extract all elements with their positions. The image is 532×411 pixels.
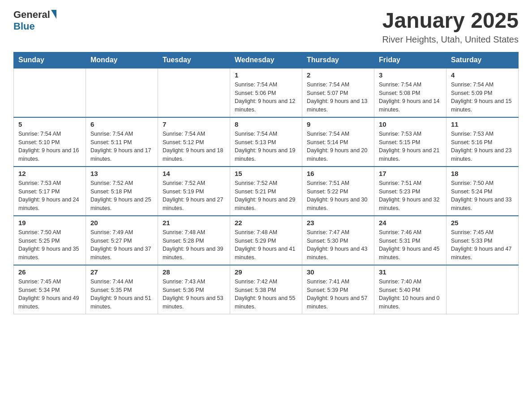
day-cell: 18Sunrise: 7:50 AM Sunset: 5:24 PM Dayli… — [446, 167, 519, 216]
header-day-tuesday: Tuesday — [158, 52, 230, 68]
day-number: 15 — [235, 170, 297, 177]
logo-general-text: General — [13, 9, 50, 21]
day-cell: 22Sunrise: 7:48 AM Sunset: 5:29 PM Dayli… — [230, 216, 302, 265]
title-area: January 2025 River Heights, Utah, United… — [382, 9, 519, 45]
day-number: 6 — [90, 120, 153, 128]
day-cell: 5Sunrise: 7:54 AM Sunset: 5:10 PM Daylig… — [14, 117, 86, 167]
day-number: 30 — [307, 268, 369, 276]
day-info: Sunrise: 7:53 AM Sunset: 5:15 PM Dayligh… — [379, 130, 442, 163]
day-cell: 12Sunrise: 7:53 AM Sunset: 5:17 PM Dayli… — [14, 167, 86, 216]
page-header: General Blue January 2025 River Heights,… — [13, 9, 519, 45]
day-info: Sunrise: 7:46 AM Sunset: 5:31 PM Dayligh… — [379, 228, 442, 262]
day-number: 3 — [379, 71, 442, 79]
day-number: 14 — [163, 170, 225, 177]
location-subtitle: River Heights, Utah, United States — [382, 34, 519, 45]
day-number: 8 — [235, 120, 297, 128]
day-cell: 13Sunrise: 7:52 AM Sunset: 5:18 PM Dayli… — [86, 167, 158, 216]
day-number: 18 — [451, 170, 514, 177]
day-info: Sunrise: 7:54 AM Sunset: 5:11 PM Dayligh… — [90, 130, 153, 163]
day-cell: 1Sunrise: 7:54 AM Sunset: 5:06 PM Daylig… — [230, 68, 302, 117]
week-row-4: 19Sunrise: 7:50 AM Sunset: 5:25 PM Dayli… — [14, 216, 519, 265]
day-number: 13 — [90, 170, 153, 177]
day-cell: 29Sunrise: 7:42 AM Sunset: 5:38 PM Dayli… — [230, 265, 302, 314]
day-cell — [86, 68, 158, 117]
day-info: Sunrise: 7:48 AM Sunset: 5:28 PM Dayligh… — [163, 228, 225, 262]
week-row-3: 12Sunrise: 7:53 AM Sunset: 5:17 PM Dayli… — [14, 167, 519, 216]
day-info: Sunrise: 7:47 AM Sunset: 5:30 PM Dayligh… — [307, 228, 369, 262]
day-number: 29 — [235, 268, 297, 276]
logo-blue-text: Blue — [13, 21, 35, 32]
day-info: Sunrise: 7:50 AM Sunset: 5:24 PM Dayligh… — [451, 179, 514, 213]
day-number: 5 — [18, 120, 81, 128]
logo-triangle-icon — [51, 10, 56, 19]
day-cell: 11Sunrise: 7:53 AM Sunset: 5:16 PM Dayli… — [446, 117, 519, 167]
day-info: Sunrise: 7:43 AM Sunset: 5:36 PM Dayligh… — [163, 278, 225, 311]
day-cell: 21Sunrise: 7:48 AM Sunset: 5:28 PM Dayli… — [158, 216, 230, 265]
day-cell: 19Sunrise: 7:50 AM Sunset: 5:25 PM Dayli… — [14, 216, 86, 265]
day-info: Sunrise: 7:53 AM Sunset: 5:17 PM Dayligh… — [18, 179, 81, 213]
day-cell: 3Sunrise: 7:54 AM Sunset: 5:08 PM Daylig… — [374, 68, 446, 117]
week-row-5: 26Sunrise: 7:45 AM Sunset: 5:34 PM Dayli… — [14, 265, 519, 314]
day-info: Sunrise: 7:54 AM Sunset: 5:07 PM Dayligh… — [307, 81, 369, 114]
header-day-wednesday: Wednesday — [230, 52, 302, 68]
day-cell — [446, 265, 519, 314]
day-number: 21 — [163, 219, 225, 227]
header-day-monday: Monday — [86, 52, 158, 68]
day-cell: 24Sunrise: 7:46 AM Sunset: 5:31 PM Dayli… — [374, 216, 446, 265]
day-number: 25 — [451, 219, 514, 227]
day-cell — [14, 68, 86, 117]
day-cell: 9Sunrise: 7:54 AM Sunset: 5:14 PM Daylig… — [302, 117, 374, 167]
day-info: Sunrise: 7:54 AM Sunset: 5:10 PM Dayligh… — [18, 130, 81, 163]
day-info: Sunrise: 7:51 AM Sunset: 5:22 PM Dayligh… — [307, 179, 369, 213]
day-info: Sunrise: 7:50 AM Sunset: 5:25 PM Dayligh… — [18, 228, 81, 262]
day-info: Sunrise: 7:45 AM Sunset: 5:33 PM Dayligh… — [451, 228, 514, 262]
day-cell: 17Sunrise: 7:51 AM Sunset: 5:23 PM Dayli… — [374, 167, 446, 216]
day-info: Sunrise: 7:45 AM Sunset: 5:34 PM Dayligh… — [18, 278, 81, 311]
day-cell: 25Sunrise: 7:45 AM Sunset: 5:33 PM Dayli… — [446, 216, 519, 265]
day-number: 26 — [18, 268, 81, 276]
day-number: 16 — [307, 170, 369, 177]
header-day-sunday: Sunday — [14, 52, 86, 68]
day-cell: 26Sunrise: 7:45 AM Sunset: 5:34 PM Dayli… — [14, 265, 86, 314]
day-cell: 7Sunrise: 7:54 AM Sunset: 5:12 PM Daylig… — [158, 117, 230, 167]
day-number: 23 — [307, 219, 369, 227]
day-number: 10 — [379, 120, 442, 128]
day-cell: 14Sunrise: 7:52 AM Sunset: 5:19 PM Dayli… — [158, 167, 230, 216]
calendar-header: SundayMondayTuesdayWednesdayThursdayFrid… — [14, 52, 519, 68]
day-info: Sunrise: 7:54 AM Sunset: 5:13 PM Dayligh… — [235, 130, 297, 163]
week-row-2: 5Sunrise: 7:54 AM Sunset: 5:10 PM Daylig… — [14, 117, 519, 167]
day-info: Sunrise: 7:48 AM Sunset: 5:29 PM Dayligh… — [235, 228, 297, 262]
day-info: Sunrise: 7:54 AM Sunset: 5:08 PM Dayligh… — [379, 81, 442, 114]
day-info: Sunrise: 7:54 AM Sunset: 5:14 PM Dayligh… — [307, 130, 369, 163]
day-cell: 23Sunrise: 7:47 AM Sunset: 5:30 PM Dayli… — [302, 216, 374, 265]
day-cell: 31Sunrise: 7:40 AM Sunset: 5:40 PM Dayli… — [374, 265, 446, 314]
day-number: 31 — [379, 268, 442, 276]
header-row: SundayMondayTuesdayWednesdayThursdayFrid… — [14, 52, 519, 68]
day-number: 7 — [163, 120, 225, 128]
calendar-body: 1Sunrise: 7:54 AM Sunset: 5:06 PM Daylig… — [14, 68, 519, 314]
day-info: Sunrise: 7:44 AM Sunset: 5:35 PM Dayligh… — [90, 278, 153, 311]
day-cell: 8Sunrise: 7:54 AM Sunset: 5:13 PM Daylig… — [230, 117, 302, 167]
day-number: 4 — [451, 71, 514, 79]
day-cell: 2Sunrise: 7:54 AM Sunset: 5:07 PM Daylig… — [302, 68, 374, 117]
day-number: 1 — [235, 71, 297, 79]
day-info: Sunrise: 7:52 AM Sunset: 5:18 PM Dayligh… — [90, 179, 153, 213]
day-info: Sunrise: 7:42 AM Sunset: 5:38 PM Dayligh… — [235, 278, 297, 311]
day-info: Sunrise: 7:51 AM Sunset: 5:23 PM Dayligh… — [379, 179, 442, 213]
day-number: 19 — [18, 219, 81, 227]
day-cell: 4Sunrise: 7:54 AM Sunset: 5:09 PM Daylig… — [446, 68, 519, 117]
day-info: Sunrise: 7:52 AM Sunset: 5:19 PM Dayligh… — [163, 179, 225, 213]
day-cell: 30Sunrise: 7:41 AM Sunset: 5:39 PM Dayli… — [302, 265, 374, 314]
day-number: 11 — [451, 120, 514, 128]
day-number: 28 — [163, 268, 225, 276]
day-info: Sunrise: 7:40 AM Sunset: 5:40 PM Dayligh… — [379, 278, 442, 311]
day-number: 2 — [307, 71, 369, 79]
day-cell — [158, 68, 230, 117]
day-info: Sunrise: 7:54 AM Sunset: 5:06 PM Dayligh… — [235, 81, 297, 114]
week-row-1: 1Sunrise: 7:54 AM Sunset: 5:06 PM Daylig… — [14, 68, 519, 117]
day-number: 12 — [18, 170, 81, 177]
header-day-thursday: Thursday — [302, 52, 374, 68]
day-number: 17 — [379, 170, 442, 177]
day-cell: 6Sunrise: 7:54 AM Sunset: 5:11 PM Daylig… — [86, 117, 158, 167]
day-info: Sunrise: 7:41 AM Sunset: 5:39 PM Dayligh… — [307, 278, 369, 311]
